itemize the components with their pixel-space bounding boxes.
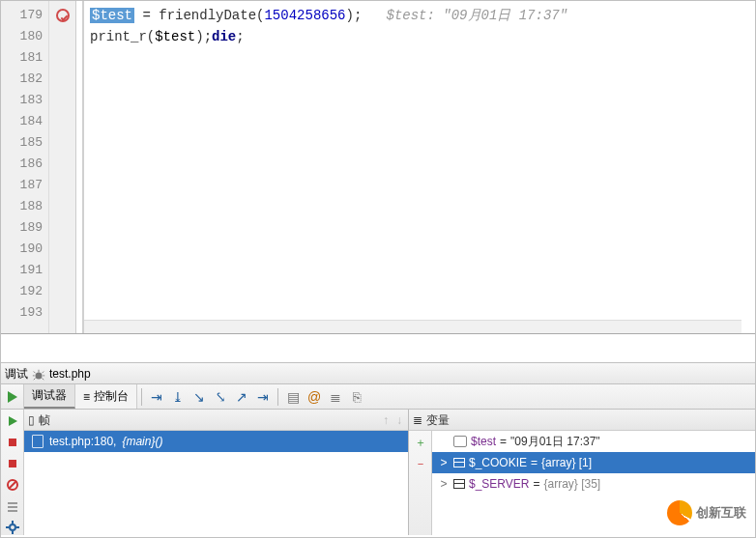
variable-row[interactable]: > $_COOKIE = {array} [1] xyxy=(432,452,755,473)
debug-label: 调试 xyxy=(5,363,28,384)
remove-watch-icon[interactable]: － xyxy=(413,456,428,471)
step-into-button[interactable]: ↘ xyxy=(189,386,210,408)
run-green-button[interactable] xyxy=(5,413,20,429)
tab-console-label: 控制台 xyxy=(94,388,129,405)
line-number: 179 xyxy=(1,5,43,26)
block-button[interactable] xyxy=(5,477,20,493)
resume-button[interactable]: ⇥ xyxy=(146,386,167,408)
play-icon xyxy=(8,391,17,403)
svg-point-9 xyxy=(10,524,15,530)
svg-marker-1 xyxy=(9,416,17,426)
frames-up[interactable]: ↑ xyxy=(381,410,391,431)
stop2-button[interactable] xyxy=(5,456,20,471)
line-number: 183 xyxy=(1,90,43,111)
line-number: 185 xyxy=(1,132,43,154)
var-value: {array} [35] xyxy=(544,477,601,491)
line-number: 189 xyxy=(1,217,43,239)
h-scrollbar[interactable] xyxy=(84,320,741,333)
separator xyxy=(277,388,278,406)
code-area[interactable]: $test = friendlyDate(1504258656); $test:… xyxy=(84,1,755,333)
variable-row[interactable]: > $_SERVER = {array} [35] xyxy=(432,473,755,495)
array-icon xyxy=(453,479,465,489)
expand-toggle[interactable]: > xyxy=(438,456,450,469)
code-line[interactable]: print_r($test);die; xyxy=(90,26,755,47)
line-number: 191 xyxy=(1,260,43,281)
debug-panels: ▯ 帧 ↑ ↓ test.php:180, {main}() ≣ 变量 ＋ － … xyxy=(1,410,755,535)
clipboard-button[interactable]: ⎘ xyxy=(346,386,367,408)
gutter: 1791801811821831841851861871881891901911… xyxy=(1,1,49,333)
line-number: 180 xyxy=(1,26,43,47)
code-line[interactable]: $test = friendlyDate(1504258656); $test:… xyxy=(90,5,755,26)
gutter-markers xyxy=(49,1,76,333)
var-name: $_COOKIE xyxy=(469,456,527,469)
editor-pane: 1791801811821831841851861871881891901911… xyxy=(1,1,755,334)
php-file-icon xyxy=(32,435,44,448)
bug-icon xyxy=(32,367,45,381)
frames-header: ▯ 帧 ↑ ↓ xyxy=(24,410,408,431)
gap xyxy=(1,334,755,363)
frame-row-selected[interactable]: test.php:180, {main}() xyxy=(24,431,408,452)
step-deep-button[interactable]: ⤥ xyxy=(210,386,231,408)
run-to-button[interactable]: ⇥ xyxy=(252,386,274,408)
variables-panel: ≣ 变量 ＋ － $test = "09月01日 17:37"> $_COOKI… xyxy=(409,410,755,535)
frames-panel: ▯ 帧 ↑ ↓ test.php:180, {main}() xyxy=(24,410,409,535)
tab-debugger-label: 调试器 xyxy=(32,387,67,404)
vars-title: 变量 xyxy=(426,410,450,431)
svg-line-5 xyxy=(9,481,16,489)
var-value: "09月01日 17:37" xyxy=(510,434,600,450)
frame-main: {main}() xyxy=(122,431,162,452)
gear-button[interactable] xyxy=(5,520,20,535)
line-number: 184 xyxy=(1,111,43,132)
var-name: $test xyxy=(471,435,496,448)
svg-rect-3 xyxy=(9,460,16,467)
svg-rect-2 xyxy=(9,439,16,446)
debug-toolbar: 调试器 ≡ 控制台 ⇥⤓↘⤥↗⇥▤@≣⎘ xyxy=(1,384,755,410)
vars-toolbar: ＋ － xyxy=(409,431,432,535)
stop-button[interactable] xyxy=(5,435,20,450)
svg-rect-8 xyxy=(8,510,17,512)
step-out-button[interactable]: ↗ xyxy=(231,386,252,408)
breakpoint-hit-icon[interactable] xyxy=(56,9,70,22)
frame-file: test.php:180, xyxy=(49,431,116,452)
value-icon xyxy=(453,436,467,447)
frames-icon: ▯ xyxy=(28,410,35,431)
line-number: 193 xyxy=(1,302,43,324)
add-watch-icon[interactable]: ＋ xyxy=(413,435,428,450)
stack-button[interactable] xyxy=(5,498,20,514)
line-number: 187 xyxy=(1,175,43,196)
line-number: 188 xyxy=(1,196,43,217)
tab-debugger[interactable]: 调试器 xyxy=(24,384,75,409)
debug-panel-header: 调试 test.php xyxy=(1,363,755,384)
array-icon xyxy=(453,458,465,467)
line-number: 182 xyxy=(1,69,43,90)
debug-file: test.php xyxy=(49,363,91,384)
variable-row[interactable]: $test = "09月01日 17:37" xyxy=(432,431,755,452)
debug-left-actions xyxy=(1,410,24,535)
step-down-button[interactable]: ⤓ xyxy=(167,386,189,408)
tab-console[interactable]: ≡ 控制台 xyxy=(75,384,137,409)
frames-list[interactable]: test.php:180, {main}() xyxy=(24,431,408,535)
frames-title: 帧 xyxy=(39,410,50,431)
svg-point-0 xyxy=(36,372,43,379)
separator xyxy=(141,388,142,406)
frames-down[interactable]: ↓ xyxy=(394,410,404,431)
run-button[interactable] xyxy=(1,384,24,409)
line-number: 190 xyxy=(1,239,43,260)
expand-toggle[interactable]: > xyxy=(438,477,450,491)
vars-icon: ≣ xyxy=(413,410,422,431)
vars-tree[interactable]: $test = "09月01日 17:37"> $_COOKIE = {arra… xyxy=(432,431,755,535)
var-value: {array} [1] xyxy=(541,456,592,469)
line-number: 186 xyxy=(1,154,43,175)
svg-rect-7 xyxy=(8,506,17,508)
console-icon: ≡ xyxy=(83,390,90,404)
calculator-button[interactable]: ▤ xyxy=(282,386,304,408)
line-number: 181 xyxy=(1,47,43,69)
line-number: 192 xyxy=(1,281,43,302)
variables-header: ≣ 变量 xyxy=(409,410,755,431)
at-button[interactable]: @ xyxy=(304,386,325,408)
svg-rect-6 xyxy=(8,502,17,504)
var-name: $_SERVER xyxy=(469,477,529,491)
list-button[interactable]: ≣ xyxy=(325,386,346,408)
